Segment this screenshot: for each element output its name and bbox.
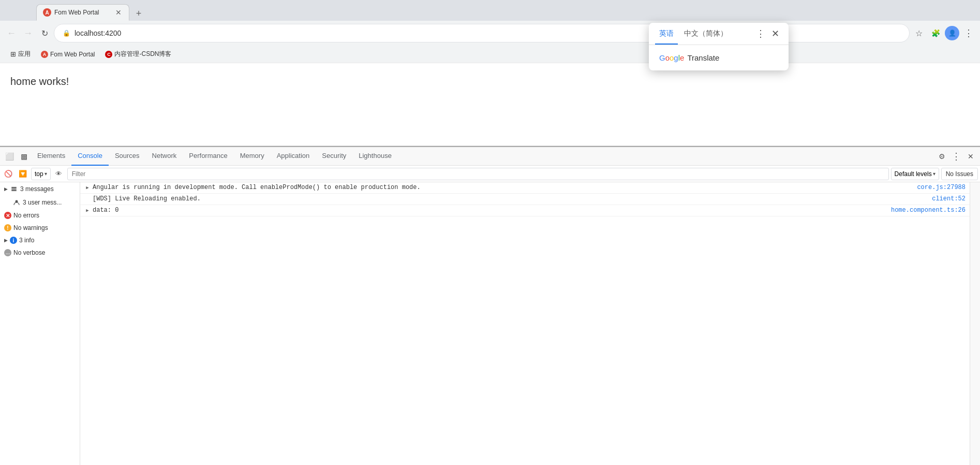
entry1-source-link[interactable]: core.js:27988 (917, 184, 966, 191)
translate-more-button[interactable]: ⋮ (753, 26, 768, 41)
devtools-settings-button[interactable]: ⚙ (934, 149, 949, 164)
back-button[interactable]: ← (4, 26, 19, 40)
sidebar-item-info[interactable]: ▶ i 3 info (0, 234, 80, 246)
inspect-button[interactable]: ▩ (17, 149, 31, 164)
context-label: top (35, 170, 43, 178)
translate-tab-english[interactable]: 英语 (655, 23, 678, 45)
page-title: home works! (10, 76, 69, 88)
entry1-text: Angular is running in development mode. … (93, 184, 913, 191)
tab-favicon: A (43, 8, 51, 17)
console-output: ▶ Angular is running in development mode… (80, 182, 970, 465)
sidebar-item-user-messages[interactable]: 3 user mess... (0, 196, 80, 209)
bookmark-star-button[interactable]: ☆ (912, 26, 926, 40)
bookmarks-bar: ⊞ 应用 A Fom Web Portal C 内容管理-CSDN博客 (0, 46, 980, 63)
fom-label: Fom Web Portal (50, 51, 95, 58)
context-dropdown-icon: ▾ (44, 171, 47, 177)
error-icon: ✕ (4, 212, 11, 219)
console-sidebar: ▶ 3 messages 3 user mess... ✕ No errors … (0, 182, 80, 465)
errors-label: No errors (13, 212, 39, 219)
console-body: ▶ 3 messages 3 user mess... ✕ No errors … (0, 182, 980, 465)
apps-icon: ⊞ (10, 50, 16, 58)
bookmark-item-apps[interactable]: ⊞ 应用 (6, 48, 35, 60)
devtools-tab-bar: ⬜ ▩ Elements Console Sources Network Per… (0, 147, 980, 166)
tab-sources[interactable]: Sources (109, 147, 146, 166)
eye-button[interactable]: 👁 (53, 168, 65, 180)
tab-console[interactable]: Console (71, 147, 109, 166)
info-label: 3 info (19, 237, 34, 244)
page-content: home works! (0, 63, 980, 146)
translate-body: Google Translate (649, 45, 789, 70)
tab-network[interactable]: Network (146, 147, 183, 166)
bookmark-item-fom[interactable]: A Fom Web Portal (37, 49, 99, 60)
console-filter-input[interactable] (67, 168, 889, 180)
sidebar-item-verbose[interactable]: … No verbose (0, 246, 80, 259)
warning-icon: ! (4, 224, 11, 231)
context-selector[interactable]: top ▾ (31, 168, 51, 180)
console-right-toolbar (970, 182, 980, 465)
console-toolbar: 🚫 🔽 top ▾ 👁 Default levels ▾ No Issues (0, 166, 980, 182)
tab-bar: A Fom Web Portal ✕ + (0, 0, 980, 21)
level-selector[interactable]: Default levels ▾ (891, 168, 939, 180)
no-issues-badge: No Issues (941, 168, 978, 180)
table-row: [WDS] Live Reloading enabled. client:52 (80, 194, 970, 205)
apps-label: 应用 (18, 50, 31, 59)
extensions-button[interactable]: 🧩 (928, 26, 943, 40)
translate-tabs-row: 英语 中文（简体） ⋮ ✕ (649, 23, 789, 45)
console-clear-button[interactable]: 🚫 (2, 168, 14, 180)
fom-favicon: A (41, 51, 48, 58)
reload-button[interactable]: ↻ (37, 26, 52, 40)
svg-rect-2 (11, 190, 17, 191)
list-icon (10, 185, 18, 193)
translate-popup: 英语 中文（简体） ⋮ ✕ Google Translate (649, 23, 789, 70)
csdn-favicon: C (105, 51, 112, 58)
messages-label: 3 messages (20, 185, 54, 193)
expand-entry3-icon[interactable]: ▶ (84, 208, 91, 213)
devtools: ⬜ ▩ Elements Console Sources Network Per… (0, 146, 980, 465)
devtools-more-button[interactable]: ⋮ (949, 149, 963, 164)
tab-close-icon[interactable]: ✕ (114, 8, 123, 17)
tab-label: Fom Web Portal (54, 9, 111, 16)
translate-close-button[interactable]: ✕ (768, 26, 782, 41)
menu-button[interactable]: ⋮ (961, 26, 976, 40)
sidebar-item-warnings[interactable]: ! No warnings (0, 222, 80, 234)
expand-messages-icon: ▶ (4, 186, 8, 192)
forward-button[interactable]: → (21, 26, 35, 40)
entry3-text: data: 0 (93, 207, 887, 214)
browser-chrome: A Fom Web Portal ✕ + ← → ↻ 🔒 localhost:4… (0, 0, 980, 63)
entry2-text: [WDS] Live Reloading enabled. (93, 195, 928, 202)
tab-lighthouse[interactable]: Lighthouse (352, 147, 398, 166)
new-tab-button[interactable]: + (131, 6, 146, 21)
user-messages-label: 3 user mess... (23, 199, 62, 206)
csdn-label: 内容管理-CSDN博客 (114, 50, 171, 59)
level-label: Default levels (895, 170, 932, 178)
translate-tab-chinese[interactable]: 中文（简体） (680, 23, 732, 45)
tab-elements[interactable]: Elements (31, 147, 71, 166)
tab-application[interactable]: Application (271, 147, 316, 166)
tab-performance[interactable]: Performance (183, 147, 233, 166)
tab-security[interactable]: Security (316, 147, 352, 166)
devtools-close-button[interactable]: ✕ (963, 149, 978, 164)
lock-icon: 🔒 (63, 30, 70, 37)
bookmark-item-csdn[interactable]: C 内容管理-CSDN博客 (101, 48, 175, 60)
entry3-source-link[interactable]: home.component.ts:26 (891, 207, 966, 214)
console-filter-toggle[interactable]: 🔽 (17, 168, 29, 180)
address-bar-row: ← → ↻ 🔒 localhost:4200 ☆ 🧩 👤 ⋮ (0, 21, 980, 46)
sidebar-item-messages[interactable]: ▶ 3 messages (0, 182, 80, 196)
svg-rect-0 (11, 187, 17, 188)
sidebar-item-errors[interactable]: ✕ No errors (0, 209, 80, 222)
user-icon (12, 198, 21, 207)
warnings-label: No warnings (13, 224, 48, 231)
table-row: ▶ Angular is running in development mode… (80, 182, 970, 194)
level-dropdown-icon: ▾ (933, 171, 936, 177)
table-row: ▶ data: 0 home.component.ts:26 (80, 205, 970, 216)
verbose-icon: … (4, 249, 11, 256)
verbose-label: No verbose (13, 249, 45, 256)
expand-info-icon: ▶ (4, 238, 8, 243)
tab-memory[interactable]: Memory (234, 147, 271, 166)
expand-entry1-icon[interactable]: ▶ (84, 185, 91, 191)
profile-button[interactable]: 👤 (945, 26, 959, 40)
entry2-source-link[interactable]: client:52 (932, 195, 966, 202)
dock-button[interactable]: ⬜ (2, 149, 17, 164)
svg-rect-1 (11, 188, 17, 190)
tab-active[interactable]: A Fom Web Portal ✕ (36, 4, 129, 21)
